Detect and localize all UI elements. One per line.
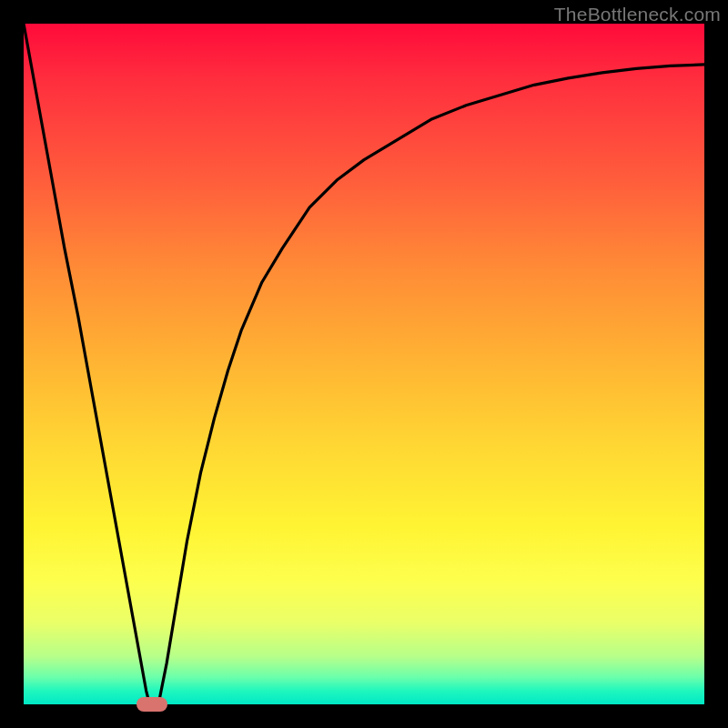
watermark-text: TheBottleneck.com [554,4,721,25]
optimal-marker [136,697,167,712]
bottleneck-curve [24,24,704,704]
plot-area [24,24,704,704]
chart-frame: TheBottleneck.com [0,0,728,728]
